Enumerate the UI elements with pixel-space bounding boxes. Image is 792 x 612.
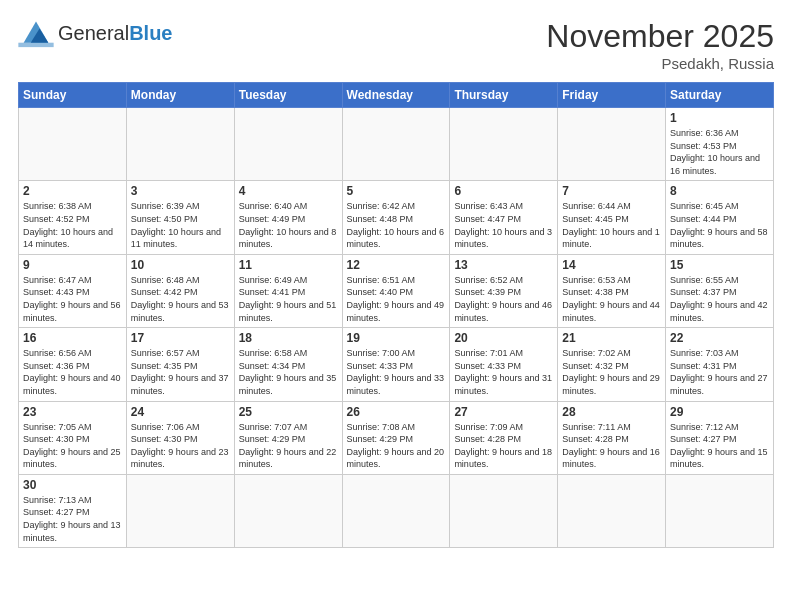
location: Psedakh, Russia (546, 55, 774, 72)
date-number: 6 (454, 184, 553, 198)
cell-info: Sunrise: 6:49 AM Sunset: 4:41 PM Dayligh… (239, 274, 338, 324)
cell-info: Sunrise: 6:43 AM Sunset: 4:47 PM Dayligh… (454, 200, 553, 250)
cell-info: Sunrise: 7:12 AM Sunset: 4:27 PM Dayligh… (670, 421, 769, 471)
cell-info: Sunrise: 6:42 AM Sunset: 4:48 PM Dayligh… (347, 200, 446, 250)
table-row: 12Sunrise: 6:51 AM Sunset: 4:40 PM Dayli… (342, 254, 450, 327)
date-number: 8 (670, 184, 769, 198)
date-number: 29 (670, 405, 769, 419)
table-row (342, 108, 450, 181)
cell-info: Sunrise: 7:08 AM Sunset: 4:29 PM Dayligh… (347, 421, 446, 471)
date-number: 17 (131, 331, 230, 345)
cell-info: Sunrise: 7:06 AM Sunset: 4:30 PM Dayligh… (131, 421, 230, 471)
table-row: 15Sunrise: 6:55 AM Sunset: 4:37 PM Dayli… (666, 254, 774, 327)
table-row (126, 474, 234, 547)
cell-info: Sunrise: 6:48 AM Sunset: 4:42 PM Dayligh… (131, 274, 230, 324)
cell-info: Sunrise: 6:38 AM Sunset: 4:52 PM Dayligh… (23, 200, 122, 250)
table-row (19, 108, 127, 181)
table-row: 1Sunrise: 6:36 AM Sunset: 4:53 PM Daylig… (666, 108, 774, 181)
date-number: 3 (131, 184, 230, 198)
cell-info: Sunrise: 6:40 AM Sunset: 4:49 PM Dayligh… (239, 200, 338, 250)
calendar-header-row: Sunday Monday Tuesday Wednesday Thursday… (19, 83, 774, 108)
table-row: 29Sunrise: 7:12 AM Sunset: 4:27 PM Dayli… (666, 401, 774, 474)
table-row (234, 474, 342, 547)
table-row (450, 108, 558, 181)
table-row: 20Sunrise: 7:01 AM Sunset: 4:33 PM Dayli… (450, 328, 558, 401)
table-row: 26Sunrise: 7:08 AM Sunset: 4:29 PM Dayli… (342, 401, 450, 474)
date-number: 22 (670, 331, 769, 345)
table-row: 13Sunrise: 6:52 AM Sunset: 4:39 PM Dayli… (450, 254, 558, 327)
date-number: 14 (562, 258, 661, 272)
table-row: 24Sunrise: 7:06 AM Sunset: 4:30 PM Dayli… (126, 401, 234, 474)
cell-info: Sunrise: 6:36 AM Sunset: 4:53 PM Dayligh… (670, 127, 769, 177)
table-row: 27Sunrise: 7:09 AM Sunset: 4:28 PM Dayli… (450, 401, 558, 474)
table-row: 28Sunrise: 7:11 AM Sunset: 4:28 PM Dayli… (558, 401, 666, 474)
date-number: 26 (347, 405, 446, 419)
cell-info: Sunrise: 7:03 AM Sunset: 4:31 PM Dayligh… (670, 347, 769, 397)
date-number: 10 (131, 258, 230, 272)
table-row (558, 474, 666, 547)
col-tuesday: Tuesday (234, 83, 342, 108)
cell-info: Sunrise: 7:09 AM Sunset: 4:28 PM Dayligh… (454, 421, 553, 471)
cell-info: Sunrise: 6:47 AM Sunset: 4:43 PM Dayligh… (23, 274, 122, 324)
table-row (666, 474, 774, 547)
table-row: 8Sunrise: 6:45 AM Sunset: 4:44 PM Daylig… (666, 181, 774, 254)
logo: GeneralBlue (18, 18, 173, 48)
table-row: 9Sunrise: 6:47 AM Sunset: 4:43 PM Daylig… (19, 254, 127, 327)
table-row (558, 108, 666, 181)
cell-info: Sunrise: 7:07 AM Sunset: 4:29 PM Dayligh… (239, 421, 338, 471)
logo-text: GeneralBlue (58, 22, 173, 44)
cell-info: Sunrise: 7:11 AM Sunset: 4:28 PM Dayligh… (562, 421, 661, 471)
date-number: 24 (131, 405, 230, 419)
table-row: 16Sunrise: 6:56 AM Sunset: 4:36 PM Dayli… (19, 328, 127, 401)
cell-info: Sunrise: 6:58 AM Sunset: 4:34 PM Dayligh… (239, 347, 338, 397)
header: GeneralBlue November 2025 Psedakh, Russi… (18, 18, 774, 72)
date-number: 16 (23, 331, 122, 345)
table-row: 7Sunrise: 6:44 AM Sunset: 4:45 PM Daylig… (558, 181, 666, 254)
cell-info: Sunrise: 6:39 AM Sunset: 4:50 PM Dayligh… (131, 200, 230, 250)
date-number: 20 (454, 331, 553, 345)
cell-info: Sunrise: 6:44 AM Sunset: 4:45 PM Dayligh… (562, 200, 661, 250)
table-row (450, 474, 558, 547)
cell-info: Sunrise: 7:02 AM Sunset: 4:32 PM Dayligh… (562, 347, 661, 397)
date-number: 7 (562, 184, 661, 198)
cell-info: Sunrise: 7:05 AM Sunset: 4:30 PM Dayligh… (23, 421, 122, 471)
col-monday: Monday (126, 83, 234, 108)
table-row: 17Sunrise: 6:57 AM Sunset: 4:35 PM Dayli… (126, 328, 234, 401)
month-title: November 2025 (546, 18, 774, 55)
calendar: Sunday Monday Tuesday Wednesday Thursday… (18, 82, 774, 548)
col-saturday: Saturday (666, 83, 774, 108)
table-row: 18Sunrise: 6:58 AM Sunset: 4:34 PM Dayli… (234, 328, 342, 401)
cell-info: Sunrise: 7:13 AM Sunset: 4:27 PM Dayligh… (23, 494, 122, 544)
table-row: 19Sunrise: 7:00 AM Sunset: 4:33 PM Dayli… (342, 328, 450, 401)
table-row: 4Sunrise: 6:40 AM Sunset: 4:49 PM Daylig… (234, 181, 342, 254)
title-block: November 2025 Psedakh, Russia (546, 18, 774, 72)
date-number: 23 (23, 405, 122, 419)
svg-rect-2 (18, 43, 53, 47)
cell-info: Sunrise: 6:57 AM Sunset: 4:35 PM Dayligh… (131, 347, 230, 397)
table-row: 23Sunrise: 7:05 AM Sunset: 4:30 PM Dayli… (19, 401, 127, 474)
date-number: 27 (454, 405, 553, 419)
table-row: 30Sunrise: 7:13 AM Sunset: 4:27 PM Dayli… (19, 474, 127, 547)
table-row: 10Sunrise: 6:48 AM Sunset: 4:42 PM Dayli… (126, 254, 234, 327)
date-number: 25 (239, 405, 338, 419)
col-thursday: Thursday (450, 83, 558, 108)
cell-info: Sunrise: 6:51 AM Sunset: 4:40 PM Dayligh… (347, 274, 446, 324)
general-blue-logo-icon (18, 18, 54, 48)
table-row (126, 108, 234, 181)
date-number: 13 (454, 258, 553, 272)
date-number: 19 (347, 331, 446, 345)
cell-info: Sunrise: 6:55 AM Sunset: 4:37 PM Dayligh… (670, 274, 769, 324)
cell-info: Sunrise: 6:45 AM Sunset: 4:44 PM Dayligh… (670, 200, 769, 250)
date-number: 18 (239, 331, 338, 345)
date-number: 2 (23, 184, 122, 198)
date-number: 1 (670, 111, 769, 125)
cell-info: Sunrise: 6:56 AM Sunset: 4:36 PM Dayligh… (23, 347, 122, 397)
date-number: 30 (23, 478, 122, 492)
cell-info: Sunrise: 6:52 AM Sunset: 4:39 PM Dayligh… (454, 274, 553, 324)
table-row: 2Sunrise: 6:38 AM Sunset: 4:52 PM Daylig… (19, 181, 127, 254)
date-number: 28 (562, 405, 661, 419)
date-number: 11 (239, 258, 338, 272)
table-row (234, 108, 342, 181)
cell-info: Sunrise: 7:01 AM Sunset: 4:33 PM Dayligh… (454, 347, 553, 397)
table-row: 6Sunrise: 6:43 AM Sunset: 4:47 PM Daylig… (450, 181, 558, 254)
